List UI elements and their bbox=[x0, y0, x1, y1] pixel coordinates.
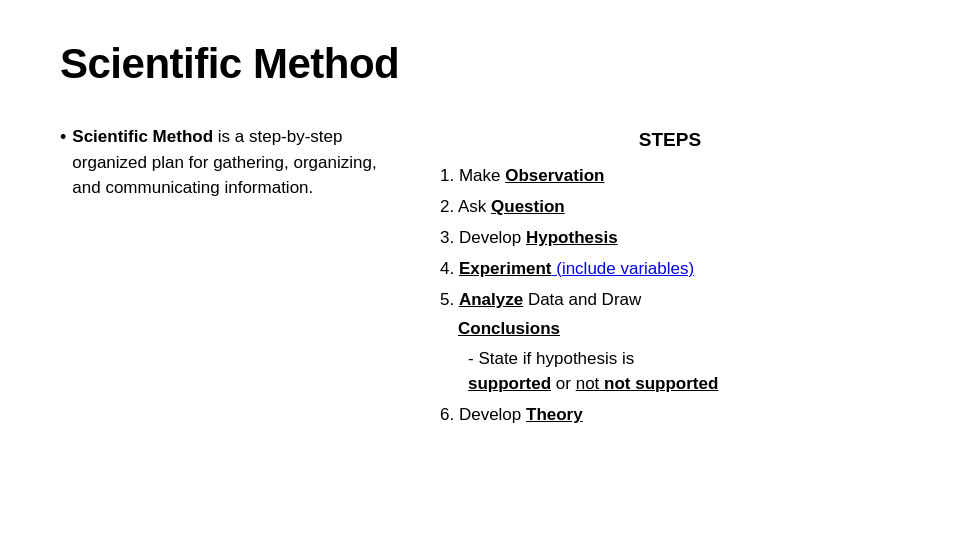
step-list: 1. Make Observation 2. Ask Question 3. D… bbox=[440, 162, 900, 343]
step-5-number: 5. bbox=[440, 290, 459, 309]
step-1-number: 1. Make bbox=[440, 166, 505, 185]
step-4: 4. Experiment (include variables) bbox=[440, 255, 900, 284]
right-column: STEPS 1. Make Observation 2. Ask Questio… bbox=[440, 124, 900, 430]
left-text: Scientific Method is a step-by-step orga… bbox=[72, 124, 400, 201]
left-column: • Scientific Method is a step-by-step or… bbox=[60, 124, 400, 201]
step-5-sub-item: - State if hypothesis is supported or no… bbox=[468, 346, 900, 397]
step-5-not: not bbox=[576, 374, 600, 393]
bullet-item: • Scientific Method is a step-by-step or… bbox=[60, 124, 400, 201]
scientific-method-bold: Scientific Method bbox=[72, 127, 213, 146]
step-5-not-supported: not supported bbox=[599, 374, 718, 393]
step-5-or: or bbox=[551, 374, 576, 393]
step-3: 3. Develop Hypothesis bbox=[440, 224, 900, 253]
step-5-conclusions: Conclusions bbox=[458, 319, 560, 338]
step-3-number: 3. Develop bbox=[440, 228, 526, 247]
step-5-text: Data and Draw bbox=[523, 290, 641, 309]
step-5-sub-text: - State if hypothesis is bbox=[468, 349, 634, 368]
steps-header: STEPS bbox=[440, 124, 900, 156]
step-4-suffix: (include variables) bbox=[552, 259, 695, 278]
step-2: 2. Ask Question bbox=[440, 193, 900, 222]
page-title: Scientific Method bbox=[60, 40, 900, 88]
step-3-main: Hypothesis bbox=[526, 228, 618, 247]
step-2-number: 2. Ask bbox=[440, 197, 491, 216]
bullet-dot: • bbox=[60, 124, 66, 201]
step-6-main: Theory bbox=[526, 405, 583, 424]
step-6-prefix: 6. Develop bbox=[440, 405, 526, 424]
step-4-main: Experiment bbox=[459, 259, 552, 278]
step-2-main: Question bbox=[491, 197, 565, 216]
step-1: 1. Make Observation bbox=[440, 162, 900, 191]
step-5-analyze: Analyze bbox=[459, 290, 523, 309]
step-1-main: Observation bbox=[505, 166, 604, 185]
step-4-number: 4. bbox=[440, 259, 459, 278]
step-6: 6. Develop Theory bbox=[440, 401, 900, 430]
content-area: • Scientific Method is a step-by-step or… bbox=[60, 124, 900, 430]
step-5: 5. Analyze Data and Draw Conclusions bbox=[440, 286, 900, 344]
step-5-supported: supported bbox=[468, 374, 551, 393]
